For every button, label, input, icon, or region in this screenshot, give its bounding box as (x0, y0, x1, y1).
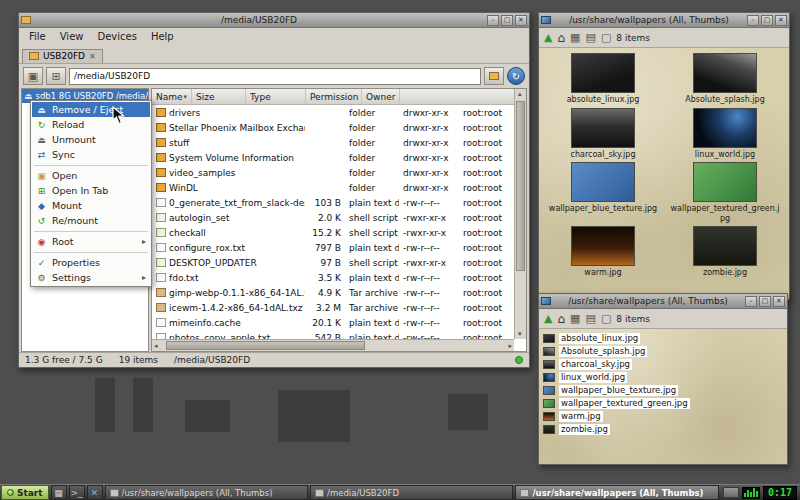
menu-item[interactable]: Help (144, 30, 181, 43)
context-menu-item[interactable]: ⇄ Sync (32, 147, 150, 162)
thumbs-titlebar[interactable]: /usr/share/wallpapers (All, Thumbs) – ▢ … (539, 13, 789, 28)
home-icon[interactable]: ⌂ (557, 31, 565, 45)
file-count-icon[interactable]: ▢ (601, 312, 611, 325)
close-button[interactable]: ✕ (775, 15, 787, 26)
maximize-button[interactable]: ▢ (501, 15, 513, 26)
tab-close-icon[interactable]: ✕ (89, 52, 96, 61)
thumbnail-item[interactable]: wallpaper_textured_green.jpg (664, 162, 786, 223)
reload-button[interactable]: ↻ (507, 67, 525, 85)
grid-view-icon[interactable]: ▦ (570, 312, 580, 325)
grid-view-icon[interactable]: ▦ (570, 31, 580, 44)
minimize-button[interactable]: – (745, 296, 757, 307)
list-titlebar[interactable]: /usr/share/wallpapers (All, Thumbs) – ▢ … (539, 294, 787, 309)
thumbnail-item[interactable]: wallpaper_blue_texture.jpg (542, 162, 664, 223)
scroll-down-icon[interactable]: ▾ (518, 330, 522, 338)
tab-usb20fd[interactable]: USB20FD ✕ (22, 49, 103, 63)
close-button[interactable]: ✕ (515, 15, 527, 26)
column-header[interactable]: Type (246, 89, 306, 104)
file-count-icon[interactable]: ▢ (601, 31, 611, 44)
column-header[interactable]: Name ▾ (152, 89, 192, 104)
table-row[interactable]: DESKTOP_UPDATER 97 B shell script -rwxr-… (152, 255, 514, 270)
go-up-icon[interactable]: ▲ (544, 31, 552, 44)
home-icon[interactable]: ⌂ (557, 312, 565, 326)
context-menu-item[interactable] (34, 249, 148, 253)
fm-titlebar[interactable]: /media/USB20FD – ▢ ✕ (19, 13, 529, 28)
table-row[interactable]: WinDL folder drwxr-xr-x root:root (152, 180, 514, 195)
new-window-button[interactable]: ▣ (23, 67, 43, 85)
thumbnail-item[interactable]: zombie.jpg (664, 226, 786, 278)
close-button[interactable]: ✕ (773, 296, 785, 307)
column-header[interactable]: Size (192, 89, 246, 104)
cpu-monitor-icon[interactable] (742, 487, 760, 499)
go-up-icon[interactable]: ▲ (544, 312, 552, 325)
table-row[interactable]: video_samples folder drwxr-xr-x root:roo… (152, 165, 514, 180)
context-menu-item[interactable]: ↺ Re/mount (32, 213, 150, 228)
list-item[interactable]: wallpaper_textured_green.jpg (543, 397, 787, 410)
list-item[interactable]: charcoal_sky.jpg (543, 358, 787, 371)
maximize-button[interactable]: ▢ (761, 15, 773, 26)
scroll-left-icon[interactable]: ◂ (154, 342, 158, 350)
context-menu-item[interactable]: ◆ Mount (32, 198, 150, 213)
table-row[interactable]: configure_rox.txt 797 B plain text dc -r… (152, 240, 514, 255)
context-menu-item[interactable]: ⏏ Unmount (32, 132, 150, 147)
list-item[interactable]: wallpaper_blue_texture.jpg (543, 384, 787, 397)
horizontal-scrollbar[interactable]: ◂ ▸ (152, 339, 514, 351)
horizontal-scroll-thumb[interactable] (166, 341, 365, 350)
list-item[interactable]: absolute_linux.jpg (543, 332, 787, 345)
window-list-icon[interactable]: ▦ (51, 485, 67, 500)
bookmarks-button[interactable] (484, 67, 504, 85)
thumbnail-item[interactable]: warm.jpg (542, 226, 664, 278)
table-row[interactable]: autologin_set 2.0 K shell script -rwxr-x… (152, 210, 514, 225)
minimize-button[interactable]: – (487, 15, 499, 26)
table-row[interactable]: checkall 15.2 K shell script -rwxr-xr-x … (152, 225, 514, 240)
terminal-icon[interactable]: >_ (69, 485, 85, 500)
taskbar-clock[interactable]: 0:17 (763, 486, 797, 500)
x-session-icon[interactable]: ✕ (87, 485, 103, 500)
minimize-button[interactable]: – (747, 15, 759, 26)
context-menu-item[interactable]: ↻ Reload (32, 117, 150, 132)
table-row[interactable]: icewm-1.4.2-x86_64-1dAL.txz 3.2 M Tar ar… (152, 300, 514, 315)
thumbnail-item[interactable]: absolute_linux.jpg (542, 53, 664, 105)
thumbnail-item[interactable]: linux_world.jpg (664, 108, 786, 160)
menu-item[interactable]: View (53, 30, 91, 43)
list-item[interactable]: linux_world.jpg (543, 371, 787, 384)
context-menu-item[interactable] (34, 162, 148, 166)
list-item[interactable]: Absolute_splash.jpg (543, 345, 787, 358)
table-row[interactable]: Stellar Phoenix Mailbox Exchange R... fo… (152, 120, 514, 135)
start-button[interactable]: Start (1, 485, 49, 500)
context-menu-item[interactable]: ⏏ Remove / Eject (32, 102, 150, 117)
maximize-button[interactable]: ▢ (759, 296, 771, 307)
list-item[interactable]: warm.jpg (543, 410, 787, 423)
table-row[interactable]: photos_copy_apple.txt 542 B plain text d… (152, 330, 514, 339)
context-menu-item[interactable]: ▣ Open (32, 168, 150, 183)
table-row[interactable]: fdo.txt 3.5 K plain text dc -rw-r--r-- r… (152, 270, 514, 285)
taskbar-task[interactable]: /usr/share/wallpapers (All, Thumbs) (105, 485, 308, 500)
context-menu-item[interactable]: ⊞ Open In Tab (32, 183, 150, 198)
context-menu-item[interactable]: ⚙ Settings ▸ (32, 270, 150, 285)
vertical-scroll-thumb[interactable] (516, 101, 525, 271)
new-tab-button[interactable]: ⊞ (46, 67, 66, 85)
context-menu-item[interactable]: ◉ Root ▸ (32, 234, 150, 249)
taskbar-task[interactable]: /media/USB20FD (310, 485, 513, 500)
scroll-right-icon[interactable]: ▸ (508, 342, 512, 350)
scroll-up-icon[interactable]: ▴ (518, 90, 522, 98)
keyboard-tray-icon[interactable] (723, 487, 739, 498)
column-header[interactable]: Owner (362, 89, 400, 104)
vertical-scrollbar[interactable]: ▴ ▾ (514, 89, 526, 339)
column-header[interactable]: Permission (306, 89, 362, 104)
thumbnail-item[interactable]: charcoal_sky.jpg (542, 108, 664, 160)
menu-item[interactable]: Devices (90, 30, 143, 43)
taskbar-task[interactable]: /usr/share/wallpapers (All, Thumbs) (515, 485, 718, 500)
context-menu-item[interactable]: ✓ Properties (32, 255, 150, 270)
table-row[interactable]: drivers folder drwxr-xr-x root:root (152, 105, 514, 120)
table-row[interactable]: 0_generate_txt_from_slack-desc.txt 103 B… (152, 195, 514, 210)
list-view-icon[interactable]: ▤ (586, 31, 596, 44)
table-row[interactable]: stuff folder drwxr-xr-x root:root (152, 135, 514, 150)
menu-item[interactable]: File (22, 30, 53, 43)
context-menu-item[interactable] (34, 228, 148, 232)
list-item[interactable]: zombie.jpg (543, 423, 787, 436)
path-input[interactable] (69, 68, 481, 85)
table-row[interactable]: System Volume Information folder drwxr-x… (152, 150, 514, 165)
table-row[interactable]: mimeinfo.cache 20.1 K plain text dc -rw-… (152, 315, 514, 330)
list-view-icon[interactable]: ▤ (586, 312, 596, 325)
